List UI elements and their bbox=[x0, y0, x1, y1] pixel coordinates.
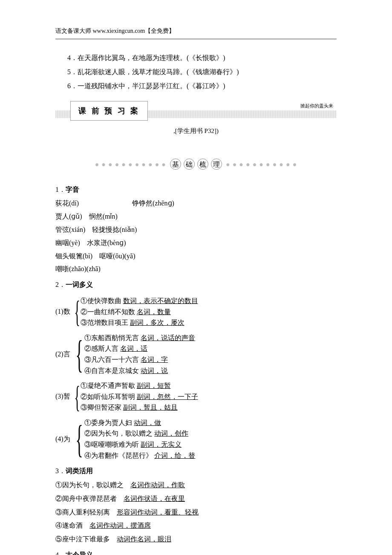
sub-section-banner: ● ● ● ● ● ● ● ● ● ● ● 基 础 梳 理 ● ● ● ● ● … bbox=[55, 158, 337, 172]
example-text: ④自言本是京城女 bbox=[84, 367, 141, 374]
usage-definition: 名词作动词，作歌 bbox=[130, 481, 185, 489]
polysemy-group: (1)数{①使快弹数曲 数词，表示不确定的数目②一曲红绡不知数 名词，数量③范增… bbox=[55, 295, 337, 328]
definition-text: 名词，话 bbox=[120, 345, 147, 352]
pinyin-cell: 荻花(dí) bbox=[55, 197, 132, 210]
pinyin-block: 荻花(dí)铮铮然(zhēnɡ) 贾人(ɡǔ) 悯然(mǐn) 管弦(xián)… bbox=[55, 197, 337, 275]
group-label: (1)数 bbox=[55, 295, 74, 328]
group-label: (3)暂 bbox=[55, 380, 74, 413]
pinyin-row: 管弦(xián) 轻拢慢捻(niǎn) bbox=[55, 224, 337, 236]
group-content: ①委身为贾人妇 动词，做②因为长句，歌以赠之 动词，创作③呕哑嘲哳难为听 副词，… bbox=[84, 417, 195, 461]
polysemy-group: (2)言{①东船西舫悄无言 名词，说话的声音②感斯人言 名词，话③凡六百一十六言… bbox=[55, 332, 337, 376]
brace-icon: { bbox=[74, 295, 80, 328]
quote-line: 6．一道残阳铺水中，半江瑟瑟半江红。(《暮江吟》) bbox=[67, 80, 337, 92]
pinyin-row: 嘲哳(zhāo)(zhā) bbox=[55, 263, 337, 275]
example-text: ⑤座中泣下谁最多 bbox=[55, 535, 117, 543]
definition-text: 数词，表示不确定的数目 bbox=[123, 297, 198, 304]
example-text: ③呕哑嘲哳难为听 bbox=[84, 441, 141, 448]
group-content: ①使快弹数曲 数词，表示不确定的数目②一曲红绡不知数 名词，数量③范增数目项王 … bbox=[81, 295, 198, 328]
sub-char: 基 bbox=[170, 159, 181, 170]
word-usage-block: ①因为长句，歌以赠之 名词作动词，作歌②闻舟中夜弹琵琶者 名词作状语，在夜里③商… bbox=[55, 479, 337, 546]
definition-line: ②感斯人言 名词，话 bbox=[84, 343, 195, 354]
group-label: (4)为 bbox=[55, 417, 74, 461]
pinyin-row: 幽咽(yè) 水浆迸(bènɡ) bbox=[55, 237, 337, 249]
quote-line: 4．在天愿作比翼鸟，在地愿为连理枝。(《长恨歌》) bbox=[67, 52, 337, 64]
definition-line: ③呕哑嘲哳难为听 副词，无实义 bbox=[84, 439, 195, 450]
definition-text: 动词，创作 bbox=[154, 430, 188, 437]
example-text: ②因为长句，歌以赠之 bbox=[84, 430, 154, 437]
definition-text: 名词，数量 bbox=[137, 308, 171, 315]
pinyin-row: 钿头银篦(bì) 呕哑(ōu)(yā) bbox=[55, 250, 337, 263]
pinyin-cell: 铮铮然(zhēnɡ) bbox=[132, 199, 174, 207]
brace-icon: { bbox=[75, 417, 83, 461]
quote-line: 5．乱花渐欲迷人眼，浅草才能没马蹄。(《钱塘湖春行》) bbox=[67, 66, 337, 78]
usage-line: ①因为长句，歌以赠之 名词作动词，作歌 bbox=[55, 479, 337, 491]
definition-line: ②如听仙乐耳暂明 副词，忽然，一下子 bbox=[81, 391, 198, 402]
example-text: ②闻舟中夜弹琵琶者 bbox=[55, 495, 124, 502]
definition-line: ②因为长句，歌以赠之 动词，创作 bbox=[84, 428, 195, 439]
example-text: ③范增数目项王 bbox=[81, 319, 130, 326]
usage-definition: 动词作名词，眼泪 bbox=[117, 535, 171, 543]
definition-text: 副词，无实义 bbox=[141, 441, 182, 448]
usage-line: ④遂命酒 名词作动词，摆酒席 bbox=[55, 520, 337, 532]
group-content: ①东船西舫悄无言 名词，说话的声音②感斯人言 名词，话③凡六百一十六言 名词，字… bbox=[84, 332, 195, 376]
definition-text: 名词，字 bbox=[141, 356, 168, 363]
brace-icon: { bbox=[75, 332, 83, 376]
example-text: ③卿但暂还家 bbox=[81, 404, 123, 411]
polysemy-group: (3)暂{①凝绝不通声暂歇 副词，短暂②如听仙乐耳暂明 副词，忽然，一下子③卿但… bbox=[55, 380, 337, 413]
definition-text: 动词，做 bbox=[134, 419, 161, 426]
usage-definition: 形容词作动词，看重、轻视 bbox=[117, 509, 199, 516]
polysemy-groups: (1)数{①使快弹数曲 数词，表示不确定的数目②一曲红绡不知数 名词，数量③范增… bbox=[55, 295, 337, 461]
polysemy-group: (4)为{①委身为贾人妇 动词，做②因为长句，歌以赠之 动词，创作③呕哑嘲哳难为… bbox=[55, 417, 337, 461]
section-3-title: 3．词类活用 bbox=[55, 465, 337, 477]
usage-definition: 名词作动词，摆酒席 bbox=[89, 522, 151, 529]
definition-text: 副词，忽然，一下子 bbox=[137, 393, 198, 400]
page-header: 语文备课大师 www.xiexingcun.com【全免费】 bbox=[55, 26, 337, 39]
definition-line: ①使快弹数曲 数词，表示不确定的数目 bbox=[81, 295, 198, 306]
definition-line: ②一曲红绡不知数 名词，数量 bbox=[81, 306, 198, 318]
banner-subtitle: 掀起你的盖头来 bbox=[300, 102, 333, 110]
definition-line: ①东船西舫悄无言 名词，说话的声音 bbox=[84, 332, 195, 344]
example-text: ②感斯人言 bbox=[84, 345, 120, 352]
quote-block: 4．在天愿作比翼鸟，在地愿为连理枝。(《长恨歌》) 5．乱花渐欲迷人眼，浅草才能… bbox=[55, 52, 337, 92]
sub-char: 础 bbox=[184, 159, 195, 170]
definition-text: 副词，短暂 bbox=[137, 382, 171, 389]
definition-line: ③范增数目项王 副词，多次，屡次 bbox=[81, 317, 198, 328]
example-text: ④为君翻作《琵琶行》 bbox=[84, 452, 154, 459]
dots-right: ● ● ● ● ● ● ● ● ● ● ● bbox=[226, 159, 297, 171]
example-text: ①东船西舫悄无言 bbox=[84, 334, 141, 341]
definition-text: 名词，说话的声音 bbox=[141, 334, 195, 341]
definition-text: 副词，暂且，姑且 bbox=[123, 404, 178, 411]
section-4-title: 4．古今异义 bbox=[55, 549, 337, 555]
usage-line: ②闻舟中夜弹琵琶者 名词作状语，在夜里 bbox=[55, 493, 337, 505]
definition-line: ①委身为贾人妇 动词，做 bbox=[84, 417, 195, 428]
definition-text: 介词，给，替 bbox=[154, 452, 195, 459]
example-text: ①使快弹数曲 bbox=[81, 297, 123, 304]
example-text: ③商人重利轻别离 bbox=[55, 509, 117, 516]
pinyin-row: 贾人(ɡǔ) 悯然(mǐn) bbox=[55, 211, 337, 223]
example-text: ②如听仙乐耳暂明 bbox=[81, 393, 137, 400]
example-text: ①委身为贾人妇 bbox=[84, 419, 134, 426]
banner-title: 课 前 预 习 案 bbox=[70, 101, 148, 121]
definition-line: ④自言本是京城女 动词，说 bbox=[84, 365, 195, 376]
example-text: ④遂命酒 bbox=[55, 522, 89, 529]
definition-text: 副词，多次，屡次 bbox=[130, 319, 184, 326]
pinyin-row: 荻花(dí)铮铮然(zhēnɡ) bbox=[55, 197, 337, 210]
group-label: (2)言 bbox=[55, 332, 74, 376]
usage-line: ⑤座中泣下谁最多 动词作名词，眼泪 bbox=[55, 533, 337, 546]
section-2-title: 2．一词多义 bbox=[55, 279, 337, 291]
definition-line: ③卿但暂还家 副词，暂且，姑且 bbox=[81, 402, 198, 413]
example-text: ③凡六百一十六言 bbox=[84, 356, 141, 363]
usage-definition: 名词作状语，在夜里 bbox=[124, 495, 185, 502]
section-banner: 课 前 预 习 案 掀起你的盖头来 bbox=[55, 101, 337, 119]
book-reference: ,[学生用书 P32]) bbox=[55, 125, 337, 137]
definition-line: ④为君翻作《琵琶行》 介词，给，替 bbox=[84, 450, 195, 461]
sub-char: 理 bbox=[211, 159, 222, 170]
section-1-title: 1．字音 bbox=[55, 184, 337, 196]
example-text: ①因为长句，歌以赠之 bbox=[55, 481, 130, 489]
brace-icon: { bbox=[74, 380, 80, 413]
definition-line: ③凡六百一十六言 名词，字 bbox=[84, 354, 195, 365]
sub-char: 梳 bbox=[197, 159, 208, 170]
example-text: ①凝绝不通声暂歇 bbox=[81, 382, 137, 389]
dots-left: ● ● ● ● ● ● ● ● ● ● ● bbox=[95, 159, 166, 171]
definition-text: 动词，说 bbox=[141, 367, 168, 374]
